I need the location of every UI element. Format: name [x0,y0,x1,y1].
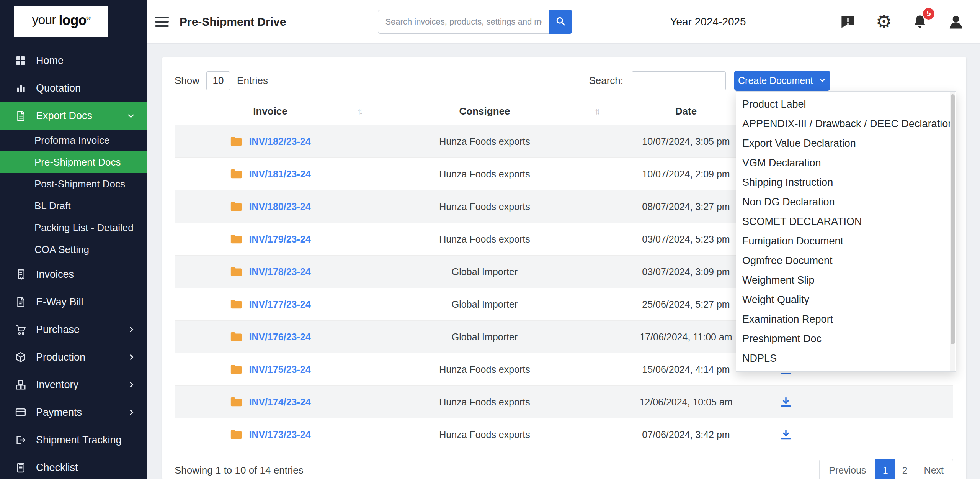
sidebar-item-invoices[interactable]: Invoices [0,261,147,288]
dropdown-item-ndpls[interactable]: NDPLS [736,349,956,368]
chevron-right-icon [127,408,136,417]
column-header-invoice[interactable]: Invoice ↑↓ [175,105,366,117]
invoice-link[interactable]: INV/173/23-24 [249,429,310,440]
dropdown-item-export-value-declaration[interactable]: Export Value Declaration [736,134,956,153]
dropdown-item-product-label[interactable]: Product Label [736,95,956,114]
sidebar-item-label: Invoices [36,269,136,281]
table-controls: Show Entries Search: Create Document [175,71,953,91]
search-button[interactable] [549,10,572,34]
entries-count-input[interactable] [206,71,230,90]
dropdown-item-fumigation-document[interactable]: Fumigation Document [736,231,956,251]
folder-icon[interactable] [230,265,243,278]
consignee-cell: Global Importer [366,331,603,343]
dropdown-item-appendix-iii[interactable]: APPENDIX-III / Drawback / DEEC Declarati… [736,114,956,134]
consignee-cell: Hunza Foods exports [366,364,603,375]
logo-text-2: logo® [59,12,90,28]
sidebar-item-pre-shipment-docs[interactable]: Pre-Shipment Docs [0,151,147,173]
sidebar-item-payments[interactable]: Payments [0,399,147,426]
column-header-consignee[interactable]: Consignee ↑↓ [366,105,603,117]
dropdown-item-weight-quality[interactable]: Weight Quality [736,290,956,310]
pagination-page-2[interactable]: 2 [895,459,915,479]
sidebar-item-bl-draft[interactable]: BL Draft [0,195,147,217]
dropdown-item-non-dg-declaration[interactable]: Non DG Declaration [736,192,956,212]
dropdown-item-shipping-instruction[interactable]: Shipping Instruction [736,173,956,192]
invoice-link[interactable]: INV/181/23-24 [249,169,310,180]
folder-icon[interactable] [230,428,243,441]
invoice-link[interactable]: INV/180/23-24 [249,201,310,212]
entries-summary: Showing 1 to 10 of 14 entries [175,464,304,476]
folder-icon[interactable] [230,135,243,148]
sidebar-item-production[interactable]: Production [0,343,147,371]
global-search-input[interactable] [378,10,549,34]
sidebar-item-quotation[interactable]: Quotation [0,74,147,102]
user-avatar-icon[interactable] [947,13,965,31]
dropdown-scrollbar-thumb[interactable] [951,94,955,344]
search-icon [555,16,566,28]
sidebar-subitem-label: Post-Shipment Docs [34,178,125,190]
sort-icon[interactable]: ↑↓ [595,106,598,116]
create-document-label: Create Document [738,75,813,86]
sidebar-item-label: Home [36,55,136,67]
sidebar-item-packing-list-detailed[interactable]: Packing List - Detailed [0,217,147,239]
sidebar-item-eway-bill[interactable]: E-Way Bill [0,288,147,316]
folder-icon[interactable] [230,298,243,311]
dropdown-item-weighment-slip[interactable]: Weighment Slip [736,271,956,290]
table-row: INV/173/23-24 Hunza Foods exports 07/06/… [175,418,953,451]
content-area: Show Entries Search: Create Document [147,44,980,479]
chevron-right-icon [127,325,136,334]
invoice-link[interactable]: INV/176/23-24 [249,331,310,343]
report-issue-icon[interactable] [839,13,857,31]
hamburger-menu-icon[interactable] [155,17,169,27]
sidebar-item-label: Payments [36,407,118,418]
invoice-link[interactable]: INV/175/23-24 [249,364,310,375]
consignee-cell: Hunza Foods exports [366,169,603,180]
sort-icon[interactable]: ↑↓ [357,106,361,116]
sidebar-subitem-label: COA Setting [34,244,89,256]
folder-icon[interactable] [230,395,243,408]
download-icon[interactable] [778,394,794,410]
logo-area: your logo® [0,0,147,37]
sidebar-item-coa-setting[interactable]: COA Setting [0,239,147,261]
folder-icon[interactable] [230,330,243,343]
table-footer: Showing 1 to 10 of 14 entries Previous 1… [175,459,953,479]
payments-card-icon [15,406,27,418]
sidebar-item-post-shipment-docs[interactable]: Post-Shipment Docs [0,173,147,195]
invoice-link[interactable]: INV/178/23-24 [249,266,310,277]
pagination-previous-button[interactable]: Previous [819,459,875,479]
sidebar-item-shipment-tracking[interactable]: Shipment Tracking [0,426,147,454]
consignee-cell: Global Importer [366,299,603,310]
folder-icon[interactable] [230,233,243,246]
download-icon[interactable] [778,427,794,443]
dropdown-item-ogmfree-document[interactable]: Ogmfree Document [736,251,956,271]
sidebar-item-label: Production [36,351,118,363]
sidebar-item-proforma-invoice[interactable]: Proforma Invoice [0,130,147,151]
dropdown-item-examination-report[interactable]: Examination Report [736,310,956,329]
invoice-link[interactable]: INV/177/23-24 [249,299,310,310]
table-search-input[interactable] [632,71,726,90]
create-document-dropdown: Product Label APPENDIX-III / Drawback / … [736,91,956,372]
sidebar-item-checklist[interactable]: Checklist [0,454,147,479]
dropdown-item-preshipment-doc[interactable]: Preshipment Doc [736,329,956,349]
invoice-link[interactable]: INV/174/23-24 [249,397,310,408]
dropdown-item-scomet-declaration[interactable]: SCOMET DECLARATION [736,212,956,231]
folder-icon[interactable] [230,363,243,376]
topbar: Pre-Shipment Drive Year 2024-2025 ⚙ 5 [147,0,980,44]
invoice-link[interactable]: INV/182/23-24 [249,136,310,147]
invoice-link[interactable]: INV/179/23-24 [249,234,310,245]
pagination-next-button[interactable]: Next [915,459,953,479]
folder-icon[interactable] [230,200,243,213]
sidebar-item-export-docs[interactable]: Export Docs [0,102,147,130]
search-and-create: Search: Create Document [589,71,830,91]
create-document-button[interactable]: Create Document [734,71,830,91]
folder-icon[interactable] [230,167,243,180]
sidebar-item-inventory[interactable]: Inventory [0,371,147,399]
export-docs-icon [15,110,27,122]
sidebar-item-home[interactable]: Home [0,47,147,74]
pagination-page-1[interactable]: 1 [875,459,895,479]
chevron-down-icon [818,75,826,86]
dropdown-scrollbar[interactable] [950,92,955,371]
bell-icon[interactable]: 5 [911,13,929,31]
sidebar-item-purchase[interactable]: Purchase [0,316,147,343]
dropdown-item-vgm-declaration[interactable]: VGM Declaration [736,153,956,173]
gear-icon[interactable]: ⚙ [875,13,893,31]
